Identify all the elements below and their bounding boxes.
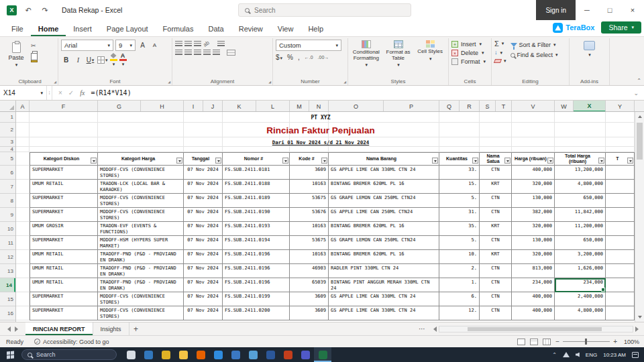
grid-cell[interactable] [606,112,635,123]
grid-cell[interactable] [223,123,290,137]
grid-cell[interactable]: MODOFF-CVS (CONVENIENCE STORES) [98,208,184,222]
column-header-P[interactable]: P [384,101,439,111]
grid-cell[interactable] [606,250,635,264]
zoom-in-button[interactable]: + [613,338,617,345]
grid-cell[interactable]: FS.SUB.2411.0193 [223,222,290,236]
grid-cell[interactable]: GS APPLE LIME CAN 330ML CTN 24 [329,166,439,180]
name-box[interactable]: X14 [0,86,47,100]
grid-cell[interactable] [606,147,635,152]
grid-cell[interactable]: TRADOFF-PND (P&D - PROVIAND EN DRANK) [98,278,184,292]
grid-cell[interactable]: 07 Nov 2024 [184,236,223,250]
grid-cell[interactable]: 07 Nov 2024 [184,264,223,278]
grid-cell[interactable]: FS.SUB.2411.0196 [223,250,290,264]
zoom-level[interactable]: 100% [622,339,639,345]
hidden-icons-button[interactable] [552,352,557,358]
expand-formula-bar-button[interactable]: ⌄ [633,90,644,97]
network-icon[interactable] [563,352,570,357]
grid-cell[interactable]: 07 Nov 2024 [184,250,223,264]
word-icon[interactable] [262,347,279,362]
grid-cell[interactable] [16,152,30,166]
sheet-tab-rincian-report[interactable]: RINCIAN REPORT [25,322,93,335]
grid-cell[interactable] [223,112,290,123]
grid-cell[interactable]: 10. [439,250,480,264]
filter-button-kategori-harga[interactable] [176,158,182,164]
grid-cell[interactable]: CTN [480,278,512,292]
excel-icon[interactable] [314,347,331,362]
ribbon-tab-home[interactable]: Home [31,22,66,36]
column-header-L[interactable]: L [256,101,290,111]
alignment-dialog-launcher[interactable] [268,80,271,84]
grid-cell[interactable]: UMUM RETAIL [30,278,98,292]
table-header-nama-barang[interactable]: Nama Barang [329,152,439,166]
file-explorer-icon[interactable] [174,347,192,362]
collapse-ribbon-button[interactable] [637,78,641,84]
grid-cell[interactable]: FS.SUB.2411.0200 [223,306,290,320]
cut-button[interactable] [31,43,38,48]
task-view-icon[interactable] [122,347,140,362]
table-header-total-harga-ribuan[interactable]: Total Harga (ribuan) [555,152,606,166]
zoom-out-button[interactable]: − [555,338,559,345]
close-button[interactable]: × [621,0,644,20]
grid-cell[interactable]: 07 Nov 2024 [184,222,223,236]
grid-cell[interactable]: MODOFF-CVS (CONVENIENCE STORES) [98,292,184,306]
grid-cell[interactable]: 6. [439,292,480,306]
grid-cell[interactable]: 320,000 [512,180,555,194]
number-format-combo[interactable]: Custom [276,40,341,51]
grid-cell[interactable]: TRADON-LCK (LOCAL BAR & KARAOKE) [98,180,184,194]
grid-cell[interactable] [98,123,184,137]
grid-cell[interactable] [512,147,555,152]
grid-cell[interactable]: CTN [480,292,512,306]
orientation-button[interactable] [202,40,210,48]
column-header-G[interactable]: G [98,101,141,111]
grid-cell[interactable]: 46903 [290,264,329,278]
grid-cell[interactable]: SUPERMARKET [30,194,98,208]
italic-button[interactable]: I [73,55,83,65]
grid-cell[interactable] [184,112,223,123]
grid-cell[interactable]: 650,000 [555,194,606,208]
sheet-options-button[interactable]: ⋯ [413,322,431,335]
format-cells-button[interactable]: Format [451,58,488,65]
row-header-9[interactable]: 9 [0,208,15,222]
titlebar-search[interactable]: Search [238,3,411,17]
font-color-button[interactable]: A [119,53,127,67]
row-header-6[interactable]: 6 [0,166,15,180]
grid-cell[interactable]: 320,000 [512,222,555,236]
confirm-entry-icon[interactable]: ✓ [68,89,74,97]
clipboard-dialog-launcher[interactable] [54,80,56,84]
increase-indent-button[interactable] [213,50,220,56]
grid-cell[interactable]: 3609 [290,306,329,320]
grid-cell[interactable]: FS.SUB.2411.0194 [223,236,290,250]
grid-cell[interactable]: CTN [480,236,512,250]
grid-cell[interactable] [223,147,290,152]
grid-cell[interactable] [16,306,30,320]
grid-cell[interactable]: RADLER PINT 330ML CTN 24 [329,264,439,278]
grid-cell[interactable] [16,222,30,236]
grid-cell[interactable]: 400,000 [512,292,555,306]
grid-cell[interactable]: TRADOFF-PND (P&D - PROVIAND EN DRANK) [98,250,184,264]
volume-icon[interactable] [576,353,580,357]
font-name-combo[interactable]: Arial [61,40,113,51]
grid-cell[interactable]: 53676 [290,208,329,222]
grid-cell[interactable]: SUPERMARKET [30,292,98,306]
filter-button-kuantitas[interactable] [472,158,478,164]
grid-cell[interactable] [184,137,223,147]
number-dialog-launcher[interactable] [343,80,346,84]
grid-cell[interactable] [606,292,635,306]
grid-cell[interactable]: 3609 [290,292,329,306]
wrap-text-button[interactable] [217,41,225,47]
grid-cell[interactable]: 07 Nov 2024 [184,306,223,320]
grid-cell[interactable]: BINTANG BREMER 620ML PL 16 [329,222,439,236]
grid-cell[interactable] [606,194,635,208]
grid-cell[interactable] [16,208,30,222]
grid-cell[interactable] [329,123,439,137]
grid-cell[interactable]: BINTANG BREMER 620ML PL 16 [329,180,439,194]
grid-cell[interactable] [16,278,30,292]
filter-button-nama-satua[interactable] [504,158,511,164]
grid-cell[interactable]: CTN [480,166,512,180]
grid-cell[interactable]: FS.SUB.2411.0196 [223,278,290,292]
insert-function-button[interactable]: fx [80,89,85,97]
column-header-W[interactable]: W [555,101,574,111]
row-header-14[interactable]: 14 [0,278,15,292]
edge-icon[interactable] [140,347,157,362]
maximize-button[interactable]: □ [598,0,621,20]
